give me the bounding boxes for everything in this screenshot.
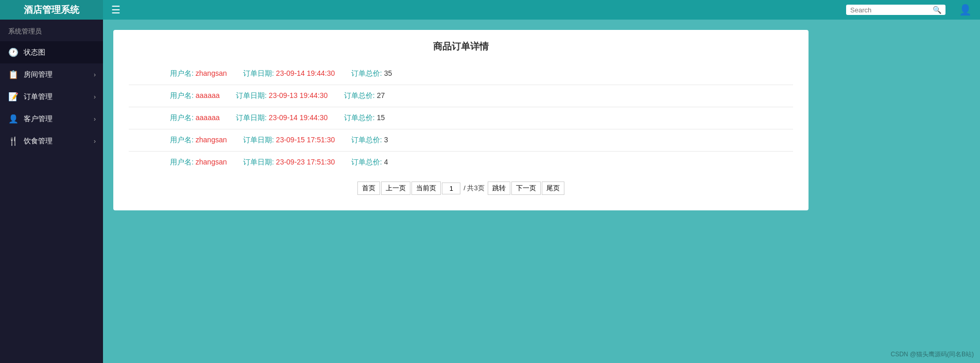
sidebar-item-food[interactable]: 🍴 饮食管理 › — [0, 130, 103, 152]
total-label: 订单总价: — [344, 113, 375, 122]
total-label: 订单总价: — [351, 158, 382, 166]
card-title: 商品订单详情 — [129, 40, 793, 53]
username-label: 用户名: — [170, 91, 194, 100]
sidebar: 系统管理员 🕐 状态图 📋 房间管理 › 📝 订单管理 › 👤 客户管理 › 🍴… — [0, 20, 103, 363]
sidebar-item-label-rooms: 房间管理 — [24, 70, 53, 79]
total-value: 3 — [384, 136, 388, 144]
total-label: 订单总价: — [344, 91, 375, 100]
chevron-right-icon: › — [94, 71, 96, 78]
chevron-right-icon-guests: › — [94, 116, 96, 123]
prev-page-button[interactable]: 上一页 — [381, 182, 410, 195]
first-page-button[interactable]: 首页 — [357, 182, 380, 195]
date-value: 23-09-15 17:51:30 — [276, 136, 335, 144]
layout: 系统管理员 🕐 状态图 📋 房间管理 › 📝 订单管理 › 👤 客户管理 › 🍴… — [0, 20, 980, 363]
username-value: zhangsan — [196, 158, 227, 166]
content-card: 商品订单详情 用户名: zhangsan 订单日期: 23-09-14 19:4… — [113, 30, 809, 210]
username-value: aaaaaa — [196, 113, 220, 122]
food-icon: 🍴 — [8, 136, 19, 146]
user-icon[interactable]: 👤 — [951, 4, 980, 16]
username-label: 用户名: — [170, 136, 194, 144]
date-label: 订单日期: — [243, 69, 274, 77]
guests-icon: 👤 — [8, 114, 19, 124]
chevron-right-icon-food: › — [94, 138, 96, 145]
orders-icon: 📝 — [8, 92, 19, 102]
date-label: 订单日期: — [243, 158, 274, 166]
navbar: 酒店管理系统 ☰ 🔍 👤 — [0, 0, 980, 20]
app-brand: 酒店管理系统 — [0, 0, 103, 20]
sidebar-item-status[interactable]: 🕐 状态图 — [0, 41, 103, 63]
total-value: 27 — [377, 91, 385, 100]
total-value: 35 — [384, 69, 392, 77]
date-label: 订单日期: — [236, 113, 267, 122]
table-row: 用户名: zhangsan 订单日期: 23-09-15 17:51:30 订单… — [129, 129, 793, 152]
username-label: 用户名: — [170, 113, 194, 122]
table-row: 用户名: zhangsan 订单日期: 23-09-14 19:44:30 订单… — [129, 63, 793, 85]
username-value: zhangsan — [196, 69, 227, 77]
username-value: zhangsan — [196, 136, 227, 144]
username-label: 用户名: — [170, 69, 194, 77]
search-input[interactable] — [850, 6, 933, 14]
search-icon[interactable]: 🔍 — [933, 6, 941, 14]
search-box: 🔍 — [846, 5, 945, 15]
total-value: 4 — [384, 158, 388, 166]
date-value: 23-09-13 19:44:30 — [269, 91, 328, 100]
next-page-button[interactable]: 下一页 — [511, 182, 541, 195]
pagination: 首页 上一页 当前页 / 共3页 跳转 下一页 尾页 — [129, 182, 793, 195]
sidebar-item-rooms[interactable]: 📋 房间管理 › — [0, 63, 103, 86]
jump-button[interactable]: 跳转 — [488, 182, 510, 195]
sidebar-item-label-status: 状态图 — [24, 48, 45, 57]
sidebar-user-label: 系统管理员 — [0, 20, 103, 41]
sidebar-item-label-food: 饮食管理 — [24, 137, 53, 146]
date-label: 订单日期: — [243, 136, 274, 144]
sidebar-item-label-orders: 订单管理 — [24, 92, 53, 102]
status-icon: 🕐 — [8, 47, 19, 57]
table-row: 用户名: aaaaaa 订单日期: 23-09-13 19:44:30 订单总价… — [129, 85, 793, 107]
current-page-input[interactable] — [442, 183, 460, 194]
main-content: 商品订单详情 用户名: zhangsan 订单日期: 23-09-14 19:4… — [103, 20, 980, 363]
orders-list: 用户名: zhangsan 订单日期: 23-09-14 19:44:30 订单… — [129, 63, 793, 173]
date-value: 23-09-14 19:44:30 — [269, 113, 328, 122]
total-pages-info: / 共3页 — [463, 184, 484, 193]
sidebar-item-label-guests: 客户管理 — [24, 114, 53, 124]
last-page-button[interactable]: 尾页 — [542, 182, 564, 195]
total-label: 订单总价: — [351, 136, 382, 144]
total-label: 订单总价: — [351, 69, 382, 77]
date-value: 23-09-14 19:44:30 — [276, 69, 335, 77]
date-value: 23-09-23 17:51:30 — [276, 158, 335, 166]
table-row: 用户名: zhangsan 订单日期: 23-09-23 17:51:30 订单… — [129, 152, 793, 173]
menu-toggle-icon[interactable]: ☰ — [103, 4, 129, 16]
chevron-right-icon-orders: › — [94, 93, 96, 101]
sidebar-item-guests[interactable]: 👤 客户管理 › — [0, 108, 103, 130]
current-page-label: 当前页 — [411, 182, 441, 195]
total-value: 15 — [377, 113, 385, 122]
username-label: 用户名: — [170, 158, 194, 166]
table-row: 用户名: aaaaaa 订单日期: 23-09-14 19:44:30 订单总价… — [129, 107, 793, 129]
watermark: CSDN @猫头鹰源码(同名B站) — [890, 350, 974, 359]
date-label: 订单日期: — [236, 91, 267, 100]
rooms-icon: 📋 — [8, 70, 19, 79]
username-value: aaaaaa — [196, 91, 220, 100]
sidebar-item-orders[interactable]: 📝 订单管理 › — [0, 86, 103, 108]
